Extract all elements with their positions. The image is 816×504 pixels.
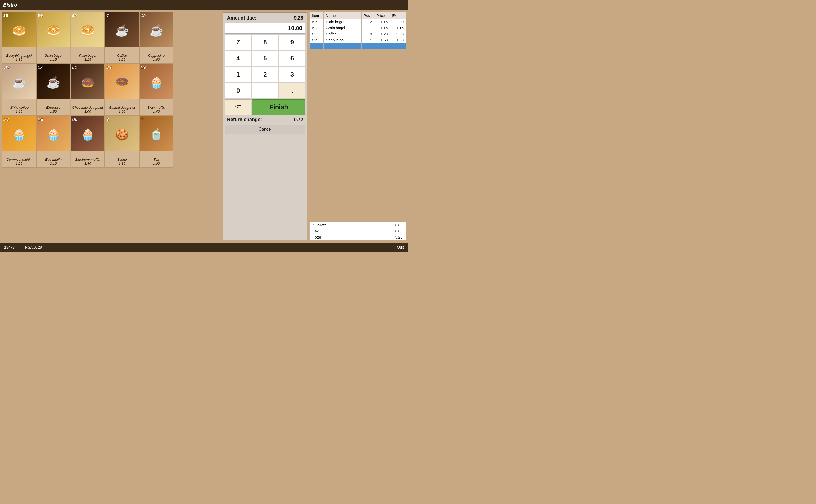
product-label-bp: Plain bagel 1.15	[79, 54, 96, 62]
product-code-mc: MC	[3, 117, 9, 121]
title-bar: Bistro	[0, 0, 408, 10]
main-content: 🥯BEEverything bagel 1.35🥯BGGrain bagel 1…	[0, 10, 408, 243]
product-label-ml: Blueberry muffin 1.40	[75, 158, 100, 166]
product-code-s: S	[106, 117, 109, 121]
col-item-header: Item	[310, 12, 324, 19]
product-item-ml[interactable]: 🧁MLBlueberry muffin 1.40	[71, 116, 104, 168]
return-change-value: 0.72	[294, 117, 303, 122]
numpad-btn-8[interactable]: 8	[252, 35, 278, 50]
total-label: Total	[313, 235, 321, 239]
table-row[interactable]: BGGrain bagel11.151.15	[310, 25, 406, 31]
product-label-mc: Cornmeal muffin 1.20	[6, 158, 31, 166]
numpad-btn-5[interactable]: 5	[252, 51, 278, 66]
backspace-button[interactable]: <=	[225, 99, 252, 115]
product-code-cx: CX	[38, 65, 42, 69]
numpad-btn-1[interactable]: 1	[225, 67, 251, 82]
numpad-dot-btn[interactable]: .	[279, 83, 305, 98]
col-price-header: Price	[374, 12, 390, 19]
order-cell-pcs: 3	[362, 31, 374, 37]
product-item-mc[interactable]: 🧁MCCornmeal muffin 1.20	[2, 116, 36, 168]
product-item-t[interactable]: 🍵TTea 1.00	[139, 116, 173, 168]
order-table: Item Name Pcs Price Ext BPPlain bagel21.…	[310, 12, 406, 49]
status-left: 13473 RSA.0728	[4, 245, 42, 249]
amount-due-value: 9.28	[294, 15, 303, 21]
subtotal-value: 8.65	[395, 223, 402, 227]
product-item-cp[interactable]: ☕CPCappucino 1.60	[139, 12, 173, 64]
table-row[interactable]: CPCappucino11.601.60	[310, 37, 406, 43]
total-value: 9.28	[395, 235, 402, 239]
product-label-cx: Expresso 1.50	[46, 106, 60, 114]
order-cell-pcs: 1	[362, 37, 374, 43]
product-code-dc: DC	[72, 65, 77, 69]
order-cell-name: Plain bagel	[324, 19, 361, 25]
app-title: Bistro	[3, 2, 17, 8]
numpad-btn-4[interactable]: 4	[225, 51, 251, 66]
product-code-cp: CP	[141, 13, 145, 17]
numpad-zero-btn[interactable]: 0	[225, 83, 251, 98]
numpad-actions: <= Finish	[225, 99, 305, 115]
product-item-s[interactable]: 🍪SScone 1.30	[105, 116, 139, 168]
tax-row: Tax 0.63	[310, 228, 406, 234]
tax-value: 0.63	[395, 229, 402, 233]
product-label-s: Scone 1.30	[117, 158, 127, 166]
order-cell-name: Cappucino	[324, 37, 361, 43]
product-code-ml: ML	[72, 117, 77, 121]
numpad-grid: 789456123	[225, 35, 305, 82]
order-cell-price: 1.60	[374, 37, 390, 43]
subtotal-row: SubTotal 8.65	[310, 222, 406, 228]
order-totals: SubTotal 8.65 Tax 0.63 Total 9.28	[310, 222, 406, 240]
order-spacer	[310, 49, 406, 221]
product-code-bg: BG	[38, 13, 43, 17]
product-label-dg: Glazed doughnut 1.00	[109, 106, 135, 114]
product-code-dg: DG	[106, 65, 112, 69]
status-rsa: RSA.0728	[25, 245, 42, 249]
order-panel: Item Name Pcs Price Ext BPPlain bagel21.…	[310, 12, 406, 240]
product-label-t: Tea 1.00	[153, 158, 159, 166]
product-label-cp: Cappucino 1.60	[148, 54, 164, 62]
numpad-btn-9[interactable]: 9	[279, 35, 305, 50]
product-item-dc[interactable]: 🍩DCChocolate doughnut 1.00	[71, 64, 104, 116]
return-change-row: Return change: 0.72	[225, 116, 305, 123]
numpad-btn-2[interactable]: 2	[252, 67, 278, 82]
product-item-dg[interactable]: 🍩DGGlazed doughnut 1.00	[105, 64, 139, 116]
product-item-c[interactable]: ☕CCoffee 1.20	[105, 12, 139, 64]
order-cell-price: 1.15	[374, 19, 390, 25]
numpad-zero-row: 0 .	[225, 83, 305, 98]
product-label-bg: Grain bagel 1.15	[44, 54, 62, 62]
product-label-me: Egg muffin 2.10	[45, 158, 61, 166]
product-code-be: BE	[3, 13, 8, 17]
tax-label: Tax	[313, 229, 319, 233]
table-row[interactable]: CCoffee31.203.60	[310, 31, 406, 37]
order-cell-price: 1.20	[374, 31, 390, 37]
product-code-mb: MB	[141, 65, 146, 69]
product-label-be: Everything bagel 1.35	[6, 54, 32, 62]
quit-button[interactable]: Quit	[397, 245, 404, 249]
col-pcs-header: Pcs	[362, 12, 374, 19]
product-item-bp[interactable]: 🥯BPPlain bagel 1.15	[71, 12, 104, 64]
numpad-btn-7[interactable]: 7	[225, 35, 251, 50]
product-item-bg[interactable]: 🥯BGGrain bagel 1.15	[36, 12, 70, 64]
col-name-header: Name	[324, 12, 361, 19]
order-cell-ext: 3.60	[390, 31, 406, 37]
product-item-me[interactable]: 🧁MEEgg muffin 2.10	[36, 116, 70, 168]
product-label-c: Coffee 1.20	[117, 54, 127, 62]
cancel-button[interactable]: Cancel	[225, 125, 305, 134]
product-item-cw[interactable]: ☕CWWhite coffee 1.60	[2, 64, 36, 116]
order-cell-ext: 2.30	[390, 19, 406, 25]
numpad-btn-3[interactable]: 3	[279, 67, 305, 82]
return-change-label: Return change:	[227, 117, 262, 122]
product-label-dc: Chocolate doughnut 1.00	[72, 106, 103, 114]
product-code-cw: CW	[3, 65, 9, 69]
finish-button[interactable]: Finish	[252, 99, 305, 115]
subtotal-label: SubTotal	[313, 223, 327, 227]
product-item-mb[interactable]: 🧁MBBran muffin 1.40	[139, 64, 173, 116]
order-cell-item: CP	[310, 37, 324, 43]
order-cell-item: C	[310, 31, 324, 37]
product-item-be[interactable]: 🥯BEEverything bagel 1.35	[2, 12, 36, 64]
product-item-cx[interactable]: ☕CXExpresso 1.50	[36, 64, 70, 116]
numpad-btn-6[interactable]: 6	[279, 51, 305, 66]
table-row[interactable]: BPPlain bagel21.152.30	[310, 19, 406, 25]
product-code-c: C	[106, 13, 109, 17]
payment-input[interactable]: 10.00	[225, 23, 305, 34]
table-header-row: Item Name Pcs Price Ext	[310, 12, 406, 19]
